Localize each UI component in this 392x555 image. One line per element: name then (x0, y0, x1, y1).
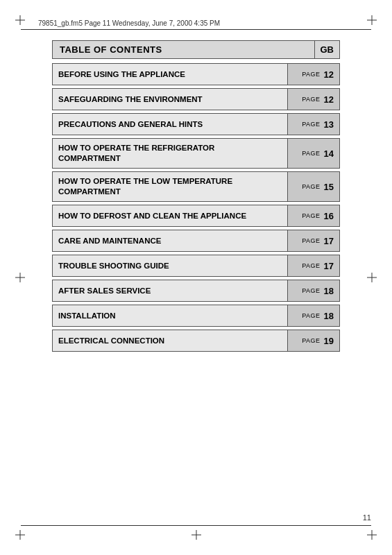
corner-crosshair-bm (191, 530, 201, 540)
page-label-text-electrical: PAGE (302, 337, 322, 344)
page-label-text-care: PAGE (302, 237, 322, 244)
toc-label-refrigerator: HOW TO OPERATE THE REFRIGERATORCOMPARTME… (53, 139, 287, 168)
main-content: TABLE OF CONTENTS GB BEFORE USING THE AP… (52, 40, 340, 515)
page-num-safeguarding: 12 (324, 94, 334, 105)
toc-page-safeguarding: PAGE 12 (287, 89, 339, 110)
toc-label-defrost: HOW TO DEFROST AND CLEAN THE APPLIANCE (53, 205, 287, 226)
toc-country-code: GB (315, 40, 341, 59)
toc-header: TABLE OF CONTENTS GB (52, 40, 340, 59)
corner-crosshair-bl (15, 530, 25, 540)
toc-page-electrical: PAGE 19 (287, 330, 339, 351)
file-info-text: 79851_gb.fm5 Page 11 Wednesday, June 7, … (38, 19, 220, 27)
mid-crosshair-right (367, 273, 377, 282)
page-num-low-temp: 15 (324, 182, 334, 192)
toc-label-trouble: TROUBLE SHOOTING GUIDE (53, 255, 287, 276)
toc-label-electrical: ELECTRICAL CONNECTION (53, 330, 287, 351)
page-label-text-safeguarding: PAGE (302, 96, 322, 103)
toc-label-line1-care: CARE AND MAINTENANCE (58, 236, 161, 246)
toc-label-care: CARE AND MAINTENANCE (53, 230, 287, 251)
toc-page-installation: PAGE 18 (287, 305, 339, 326)
page-label-text-before-using: PAGE (302, 71, 322, 78)
toc-label-line2-low-temp: COMPARTMENT (58, 187, 121, 197)
toc-row-safeguarding: SAFEGUARDING THE ENVIRONMENTPAGE 12 (52, 88, 340, 110)
page-label-text-installation: PAGE (302, 312, 322, 319)
page-num-defrost: 16 (324, 211, 334, 221)
toc-label-line1-after-sales: AFTER SALES SERVICE (58, 286, 151, 296)
toc-label-low-temp: HOW TO OPERATE THE LOW TEMPERATURECOMPAR… (53, 172, 287, 201)
toc-title: TABLE OF CONTENTS (52, 40, 315, 59)
page-number: 11 (363, 513, 371, 522)
toc-page-trouble: PAGE 17 (287, 255, 339, 276)
page-num-installation: 18 (324, 311, 334, 321)
toc-label-before-using: BEFORE USING THE APPLIANCE (53, 64, 287, 85)
page-num-precautions: 13 (324, 119, 334, 130)
toc-label-after-sales: AFTER SALES SERVICE (53, 280, 287, 301)
toc-rows-container: BEFORE USING THE APPLIANCEPAGE 12SAFEGUA… (52, 63, 340, 352)
page-label-text-refrigerator: PAGE (302, 150, 322, 157)
toc-page-before-using: PAGE 12 (287, 64, 339, 85)
page-label-text-trouble: PAGE (302, 262, 322, 269)
toc-label-line1-safeguarding: SAFEGUARDING THE ENVIRONMENT (58, 94, 203, 105)
toc-label-safeguarding: SAFEGUARDING THE ENVIRONMENT (53, 89, 287, 110)
corner-crosshair-tl (15, 15, 25, 25)
toc-page-precautions: PAGE 13 (287, 114, 339, 135)
toc-label-line1-before-using: BEFORE USING THE APPLIANCE (58, 69, 185, 80)
toc-row-installation: INSTALLATIONPAGE 18 (52, 305, 340, 327)
page-num-care: 17 (324, 236, 334, 246)
toc-label-line1-installation: INSTALLATION (58, 311, 116, 321)
toc-row-trouble: TROUBLE SHOOTING GUIDEPAGE 17 (52, 255, 340, 277)
toc-page-after-sales: PAGE 18 (287, 280, 339, 301)
toc-label-line1-trouble: TROUBLE SHOOTING GUIDE (58, 261, 169, 271)
top-border-line (21, 29, 371, 30)
page-container: 79851_gb.fm5 Page 11 Wednesday, June 7, … (0, 0, 392, 555)
toc-page-low-temp: PAGE 15 (287, 172, 339, 201)
page-label-text-precautions: PAGE (302, 121, 322, 128)
toc-label-line1-electrical: ELECTRICAL CONNECTION (58, 336, 164, 346)
toc-label-line1-defrost: HOW TO DEFROST AND CLEAN THE APPLIANCE (58, 211, 246, 221)
toc-row-refrigerator: HOW TO OPERATE THE REFRIGERATORCOMPARTME… (52, 138, 340, 169)
page-num-trouble: 17 (324, 261, 334, 271)
page-label-text-low-temp: PAGE (302, 183, 322, 190)
toc-label-line1-low-temp: HOW TO OPERATE THE LOW TEMPERATURE (58, 176, 232, 187)
page-label-text-after-sales: PAGE (302, 287, 322, 294)
page-num-before-using: 12 (324, 69, 334, 80)
toc-row-low-temp: HOW TO OPERATE THE LOW TEMPERATURECOMPAR… (52, 171, 340, 202)
toc-row-care: CARE AND MAINTENANCEPAGE 17 (52, 230, 340, 252)
toc-label-line2-refrigerator: COMPARTMENT (58, 153, 121, 164)
toc-label-line1-refrigerator: HOW TO OPERATE THE REFRIGERATOR (58, 143, 214, 153)
toc-row-defrost: HOW TO DEFROST AND CLEAN THE APPLIANCEPA… (52, 205, 340, 227)
mid-crosshair-left (15, 273, 25, 282)
page-num-after-sales: 18 (324, 286, 334, 296)
toc-page-care: PAGE 17 (287, 230, 339, 251)
page-num-electrical: 19 (324, 336, 334, 346)
toc-label-precautions: PRECAUTIONS AND GENERAL HINTS (53, 114, 287, 135)
toc-row-before-using: BEFORE USING THE APPLIANCEPAGE 12 (52, 63, 340, 85)
toc-row-electrical: ELECTRICAL CONNECTIONPAGE 19 (52, 330, 340, 352)
corner-crosshair-tr (367, 15, 377, 25)
toc-row-after-sales: AFTER SALES SERVICEPAGE 18 (52, 280, 340, 302)
toc-row-precautions: PRECAUTIONS AND GENERAL HINTSPAGE 13 (52, 113, 340, 135)
toc-label-line1-precautions: PRECAUTIONS AND GENERAL HINTS (58, 119, 203, 130)
page-label-text-defrost: PAGE (302, 212, 322, 219)
toc-label-installation: INSTALLATION (53, 305, 287, 326)
toc-page-defrost: PAGE 16 (287, 205, 339, 226)
corner-crosshair-br (367, 530, 377, 540)
file-info-bar: 79851_gb.fm5 Page 11 Wednesday, June 7, … (38, 19, 354, 27)
toc-page-refrigerator: PAGE 14 (287, 139, 339, 168)
bottom-border-line (21, 525, 371, 526)
page-num-refrigerator: 14 (324, 148, 334, 159)
